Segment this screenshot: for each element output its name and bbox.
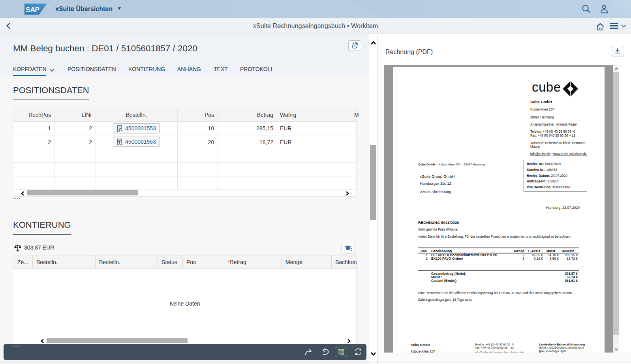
svg-text:SAP: SAP <box>26 6 39 14</box>
